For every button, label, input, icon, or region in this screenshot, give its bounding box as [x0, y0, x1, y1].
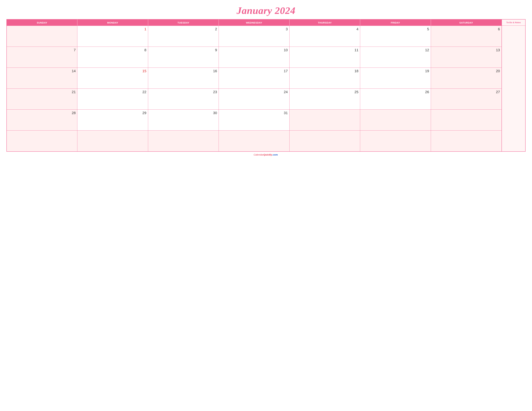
calendar-cell: 30 — [148, 109, 219, 131]
calendar-cell — [431, 109, 502, 131]
calendar-cell — [290, 109, 360, 131]
day-number: 4 — [291, 27, 358, 31]
day-header-sunday: SUNDAY — [7, 19, 77, 26]
calendar-cell: 4 — [290, 26, 360, 47]
calendar-grid: 1234567891011121314151617181920212223242… — [7, 26, 502, 151]
day-header-monday: MONDAY — [77, 19, 148, 26]
calendar-cell: 5 — [360, 26, 431, 47]
calendar-cell: 21 — [7, 88, 77, 109]
calendar-cell: 8 — [77, 47, 148, 67]
calendar-cell: 9 — [148, 47, 219, 67]
calendar-cell: 17 — [219, 67, 289, 88]
calendar-cell: 15 — [77, 67, 148, 88]
calendar-cell — [219, 131, 289, 151]
calendar-cell: 18 — [290, 67, 360, 88]
day-header-tuesday: TUESDAY — [148, 19, 219, 26]
calendar-cell: 23 — [148, 88, 219, 109]
day-number: 21 — [8, 90, 76, 94]
calendar-cell — [431, 131, 502, 151]
calendar-cell: 24 — [219, 88, 289, 109]
day-number: 6 — [432, 27, 500, 31]
watermark-com: .com — [272, 153, 278, 156]
day-number: 24 — [220, 90, 288, 94]
day-header-saturday: SATURDAY — [431, 19, 502, 26]
calendar-cell: 3 — [219, 26, 289, 47]
day-number: 27 — [432, 90, 500, 94]
calendar-cell — [360, 131, 431, 151]
calendar-cell: 11 — [290, 47, 360, 67]
day-header-friday: FRIDAY — [360, 19, 431, 26]
day-number: 23 — [149, 90, 217, 94]
day-number: 30 — [149, 111, 217, 115]
day-number: 22 — [78, 90, 146, 94]
notes-header: To-Do & Notes — [502, 19, 525, 26]
day-number: 5 — [361, 27, 429, 31]
calendar-cell: 12 — [360, 47, 431, 67]
calendar-cell: 26 — [360, 88, 431, 109]
day-number: 29 — [78, 111, 146, 115]
day-number: 12 — [361, 48, 429, 52]
calendar-cell — [148, 131, 219, 151]
day-number: 18 — [291, 69, 358, 73]
calendar-cell: 28 — [7, 109, 77, 131]
day-number: 14 — [8, 69, 76, 73]
calendar-cell: 20 — [431, 67, 502, 88]
day-number: 11 — [291, 48, 358, 52]
calendar-cell: 31 — [219, 109, 289, 131]
day-number: 25 — [291, 90, 358, 94]
calendar-cell — [77, 131, 148, 151]
day-header-wednesday: WEDNESDAY — [219, 19, 289, 26]
calendar-cell: 29 — [77, 109, 148, 131]
day-number: 13 — [432, 48, 500, 52]
day-number: 9 — [149, 48, 217, 52]
watermark-calendar: Calendar — [254, 153, 263, 156]
day-number: 2 — [149, 27, 217, 31]
calendar-main: SUNDAYMONDAYTUESDAYWEDNESDAYTHURSDAYFRID… — [7, 19, 502, 151]
days-header: SUNDAYMONDAYTUESDAYWEDNESDAYTHURSDAYFRID… — [7, 19, 502, 26]
day-number: 17 — [220, 69, 288, 73]
day-number: 26 — [361, 90, 429, 94]
day-number: 19 — [361, 69, 429, 73]
calendar-cell: 13 — [431, 47, 502, 67]
calendar-cell — [7, 26, 77, 47]
calendar-cell: 16 — [148, 67, 219, 88]
calendar-cell: 7 — [7, 47, 77, 67]
watermark-quickly: Quickly — [263, 153, 272, 156]
calendar-wrapper: SUNDAYMONDAYTUESDAYWEDNESDAYTHURSDAYFRID… — [6, 19, 526, 152]
day-number: 31 — [220, 111, 288, 115]
day-number: 16 — [149, 69, 217, 73]
calendar-cell: 6 — [431, 26, 502, 47]
calendar-cell: 1 — [77, 26, 148, 47]
calendar-title: January 2024 — [237, 5, 295, 16]
day-number: 10 — [220, 48, 288, 52]
day-number: 20 — [432, 69, 500, 73]
day-header-thursday: THURSDAY — [290, 19, 360, 26]
calendar-cell — [360, 109, 431, 131]
calendar-cell: 27 — [431, 88, 502, 109]
calendar-cell: 2 — [148, 26, 219, 47]
calendar-cell: 22 — [77, 88, 148, 109]
calendar-cell: 19 — [360, 67, 431, 88]
day-number: 7 — [8, 48, 76, 52]
notes-body — [502, 26, 525, 151]
calendar-notes: To-Do & Notes — [502, 19, 525, 151]
day-number: 3 — [220, 27, 288, 31]
calendar-cell: 14 — [7, 67, 77, 88]
day-number: 8 — [78, 48, 146, 52]
calendar-cell — [7, 131, 77, 151]
day-number: 1 — [78, 27, 146, 31]
calendar-cell — [290, 131, 360, 151]
watermark: CalendarQuickly.com — [254, 153, 278, 156]
calendar-cell: 10 — [219, 47, 289, 67]
calendar-cell: 25 — [290, 88, 360, 109]
day-number: 15 — [78, 69, 146, 73]
day-number: 28 — [8, 111, 76, 115]
